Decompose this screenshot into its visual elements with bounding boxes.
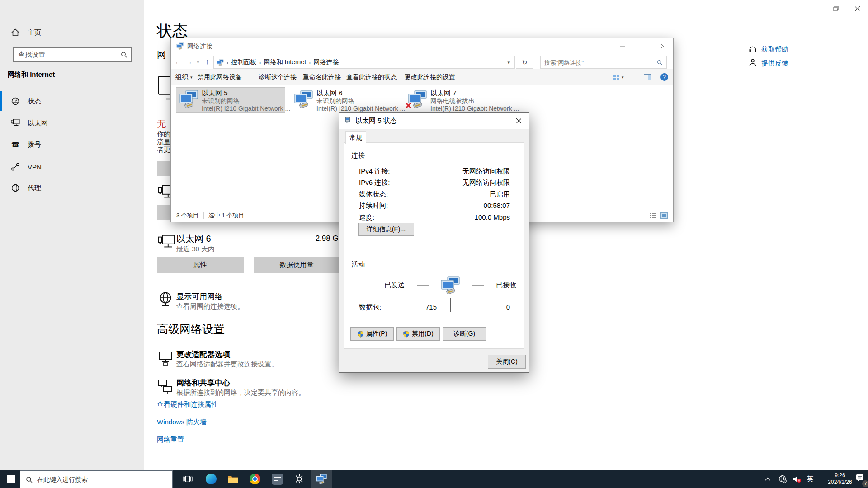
tab-general[interactable]: 常规 — [345, 131, 366, 144]
sidebar-item-status[interactable]: 状态 — [0, 91, 144, 111]
sidebar-item-proxy[interactable]: 代理 — [0, 178, 144, 198]
settings-minimize-button[interactable] — [807, 3, 822, 14]
get-help-link[interactable]: 获取帮助 — [761, 45, 788, 54]
settings-restore-button[interactable] — [828, 3, 844, 14]
dialog-titlebar[interactable]: 以太网 5 状态 — [339, 113, 529, 129]
phone-dial-icon: ☎ — [11, 141, 20, 149]
explorer-close-button[interactable] — [653, 38, 673, 54]
media-state-label: 媒体状态: — [359, 190, 388, 199]
toolbar-rename[interactable]: 重命名此连接 — [303, 69, 341, 85]
up-icon[interactable]: ↑ — [202, 58, 212, 66]
toolbar-view-status[interactable]: 查看此连接的状态 — [346, 69, 397, 85]
taskbar-search-box[interactable] — [20, 470, 173, 488]
chevron-down-icon: ▾ — [190, 75, 193, 80]
toolbar-disable-device[interactable]: 禁用此网络设备 — [198, 69, 242, 85]
link-network-reset[interactable]: 网络重置 — [157, 436, 184, 444]
taskbar-search-input[interactable] — [33, 475, 172, 483]
search-icon[interactable] — [121, 52, 127, 58]
sidebar-item-label: 主页 — [28, 28, 41, 37]
breadcrumb-network-internet[interactable]: 网络和 Internet — [261, 58, 309, 66]
toolbar-organize[interactable]: 组织 ▾ — [175, 69, 193, 85]
start-button[interactable] — [0, 470, 22, 488]
input-language-indicator[interactable]: 英 — [805, 470, 816, 488]
adapter2-properties-button[interactable]: 属性 — [157, 257, 244, 273]
history-chevron-icon[interactable]: ▾ — [194, 59, 202, 65]
address-network-icon — [217, 59, 224, 66]
chevron-down-icon: ▾ — [622, 75, 624, 80]
details-view-icon[interactable] — [650, 212, 657, 219]
settings-taskbar-button[interactable] — [288, 470, 310, 488]
sidebar-item-dialup[interactable]: ☎ 拨号 — [0, 135, 144, 155]
uac-shield-icon — [403, 331, 410, 338]
search-icon[interactable] — [657, 60, 663, 66]
edge-icon — [206, 474, 217, 484]
chevron-up-icon — [765, 477, 770, 481]
feedback-link[interactable]: 提供反馈 — [761, 59, 788, 68]
diagnose-button[interactable]: 诊断(G) — [443, 327, 486, 341]
network-center-title[interactable]: 网络和共享中心 — [176, 378, 230, 388]
change-adapter-title[interactable]: 更改适配器选项 — [176, 349, 230, 360]
view-large-icons-button[interactable]: ▾ — [613, 69, 624, 85]
adapter2-ethernet-icon — [158, 234, 175, 251]
connection-item-ethernet5[interactable]: 以太网 5 未识别的网络 Intel(R) I210 Gigabit Netwo… — [176, 88, 285, 112]
ipv4-value: 无网络访问权限 — [462, 167, 510, 176]
details-button[interactable]: 详细信息(E)... — [358, 223, 414, 236]
volume-muted-tray[interactable] — [791, 470, 803, 488]
action-center-button[interactable]: 7 — [854, 470, 868, 488]
settings-search-input[interactable] — [14, 50, 121, 59]
settings-search-box[interactable] — [13, 47, 132, 62]
adapter2-usage: 2.98 GB — [298, 234, 344, 243]
adapter2-data-usage-button[interactable]: 数据使用量 — [254, 257, 340, 273]
breadcrumb-control-panel[interactable]: 控制面板 — [228, 58, 259, 66]
task-view-button[interactable] — [177, 470, 198, 488]
thumbnail-view-icon[interactable] — [660, 212, 668, 219]
explorer-titlebar[interactable]: 网络连接 — [171, 38, 673, 55]
refresh-button[interactable]: ↻ — [516, 56, 533, 69]
explorer-search-box[interactable] — [540, 56, 667, 69]
status-gauge-icon — [11, 97, 20, 106]
available-networks-title[interactable]: 显示可用网络 — [176, 291, 222, 302]
sent-packets-value: 715 — [393, 303, 437, 311]
connection-device: Intel(R) I210 Gigabit Network ... — [430, 105, 519, 112]
dialog-close-button[interactable] — [509, 113, 529, 129]
network-connections-taskbar-button[interactable] — [311, 470, 332, 488]
sidebar-item-home[interactable]: 主页 — [0, 23, 144, 42]
sidebar-item-ethernet[interactable]: 以太网 — [0, 113, 144, 133]
file-explorer-taskbar-button[interactable] — [222, 470, 244, 488]
globe-no-internet-icon — [778, 475, 787, 483]
settings-close-button[interactable] — [849, 3, 865, 14]
tray-expand-button[interactable] — [762, 470, 773, 488]
network-no-internet-tray[interactable] — [777, 470, 788, 488]
duration-label: 持续时间: — [359, 202, 388, 210]
forward-icon[interactable]: → — [184, 58, 194, 66]
breadcrumb[interactable]: › 控制面板 › 网络和 Internet › 网络连接 ▾ — [213, 56, 515, 69]
disable-button[interactable]: 禁用(D) — [396, 327, 440, 341]
help-icon[interactable] — [660, 73, 668, 81]
back-icon[interactable]: ← — [173, 58, 184, 66]
breadcrumb-network-connections[interactable]: 网络连接 — [311, 58, 341, 66]
home-icon — [11, 28, 20, 37]
link-hardware-properties[interactable]: 查看硬件和连接属性 — [157, 400, 218, 409]
settings-sidebar: 主页 网络和 Internet 状态 以太网 ☎ — [0, 0, 144, 470]
connection-item-ethernet7[interactable]: 以太网 7 网络电缆被拔出 Intel(R) I210 Gigabit Netw… — [405, 88, 514, 112]
connection-status: 未识别的网络 — [202, 97, 240, 105]
address-dropdown-icon[interactable]: ▾ — [507, 60, 510, 66]
status-error-fragment: 无 — [157, 118, 166, 130]
close-dialog-button[interactable]: 关闭(C) — [488, 355, 526, 369]
toolbar-diagnose[interactable]: 诊断这个连接 — [259, 69, 297, 85]
globe-icon — [11, 183, 20, 192]
explorer-minimize-button[interactable] — [612, 38, 632, 54]
sidebar-section-label: 网络和 Internet — [8, 70, 55, 79]
link-windows-firewall[interactable]: Windows 防火墙 — [157, 418, 207, 427]
properties-button[interactable]: 属性(P) — [350, 327, 394, 341]
edge-taskbar-button[interactable] — [200, 470, 222, 488]
network-adapter-icon — [179, 90, 198, 108]
connection-item-ethernet6[interactable]: 以太网 6 未识别的网络 Intel(R) I210 Gigabit Netwo… — [291, 88, 400, 112]
sidebar-item-vpn[interactable]: VPN — [0, 157, 144, 177]
toolbar-change-settings[interactable]: 更改此连接的设置 — [405, 69, 455, 85]
explorer-search-input[interactable] — [541, 59, 657, 66]
explorer-maximize-button[interactable] — [632, 38, 653, 54]
chrome-taskbar-button[interactable] — [244, 470, 266, 488]
pinned-app-button[interactable] — [266, 470, 288, 488]
preview-pane-button[interactable] — [644, 69, 651, 85]
